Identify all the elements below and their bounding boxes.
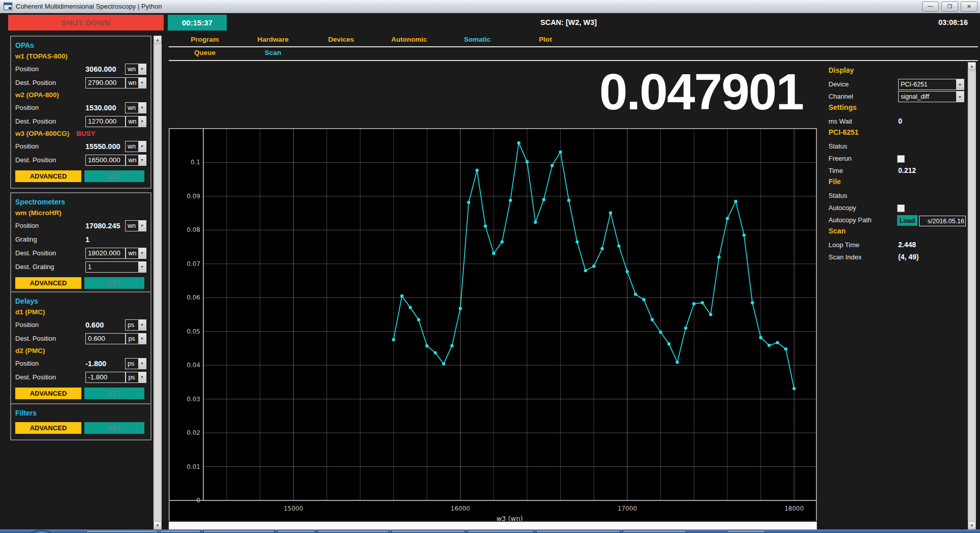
units-select[interactable]: ps▼ [125, 358, 146, 369]
chevron-down-icon[interactable]: ▼ [956, 92, 964, 102]
units-select[interactable]: ps▼ [126, 333, 146, 344]
chevron-down-icon[interactable]: ▼ [138, 103, 146, 113]
svg-text:0.01: 0.01 [187, 463, 200, 470]
tab-hardware[interactable]: Hardware [239, 36, 307, 43]
taskbar-app[interactable] [468, 530, 534, 533]
advanced-button[interactable]: ADVANCED [15, 422, 81, 434]
autocopy-path-input[interactable]: s/2016.05.16 [919, 216, 966, 226]
chevron-down-icon[interactable]: ▼ [138, 64, 146, 74]
units-select[interactable]: wn▼ [125, 102, 146, 113]
scroll-up-arrow-icon[interactable]: ▲ [968, 62, 976, 70]
scrollbar-thumb[interactable] [154, 44, 161, 521]
position-value: 1530.000 [85, 104, 125, 112]
subtab-queue[interactable]: Queue [171, 49, 239, 56]
taskbar-app[interactable] [536, 530, 620, 533]
tab-program[interactable]: Program [171, 36, 239, 43]
tab-somatic[interactable]: Somatic [443, 36, 511, 43]
taskbar-app[interactable] [203, 530, 274, 533]
subtab-scan[interactable]: Scan [239, 49, 307, 56]
secondary-tabbar: QueueScan [171, 49, 307, 56]
close-button[interactable]: ✕ [961, 2, 977, 12]
advanced-button[interactable]: ADVANCED [15, 388, 81, 399]
units-select[interactable]: ps▼ [126, 372, 146, 383]
left-panel-scrollbar[interactable]: ▲ ▼ [154, 36, 162, 529]
plot-canvas[interactable]: 00.010.020.030.040.050.060.070.080.090.1… [169, 128, 817, 522]
dest-position-input[interactable]: 0.600 [85, 333, 126, 344]
advanced-button[interactable]: ADVANCED [15, 170, 81, 182]
device-name: w3 (OPA-800CG)BUSY [15, 128, 146, 139]
scrollbar-thumb[interactable] [968, 71, 975, 521]
set-button[interactable]: SET [84, 170, 144, 182]
scroll-down-arrow-icon[interactable]: ▼ [154, 521, 162, 529]
taskbar-app[interactable] [727, 530, 765, 533]
units-select[interactable]: wn▼ [125, 220, 146, 231]
taskbar-app[interactable] [86, 530, 158, 533]
units-select[interactable]: wn▼ [126, 77, 146, 88]
load-button[interactable]: Load [897, 215, 917, 226]
chevron-down-icon[interactable]: ▼ [138, 334, 146, 344]
dest-position-input[interactable]: -1.800 [85, 372, 126, 383]
tab-devices[interactable]: Devices [307, 36, 375, 43]
tab-autonomic[interactable]: Autonomic [375, 36, 443, 43]
set-button[interactable]: SET [84, 422, 144, 434]
units-select[interactable]: wn▼ [126, 116, 146, 127]
main-scrollbar[interactable]: ▲ ▼ [968, 62, 976, 529]
chevron-down-icon[interactable]: ▼ [956, 79, 964, 90]
chevron-down-icon[interactable]: ▼ [138, 248, 146, 258]
minimize-button[interactable]: — [922, 2, 939, 12]
chevron-down-icon[interactable]: ▼ [138, 320, 146, 330]
chevron-down-icon[interactable]: ▼ [138, 372, 146, 382]
units-select[interactable]: wn▼ [125, 141, 146, 152]
units-select[interactable]: wn▼ [126, 248, 146, 259]
chevron-down-icon[interactable]: ▼ [138, 155, 146, 165]
units-select[interactable]: wn▼ [125, 64, 146, 75]
device-name-label: w2 (OPA-800) [15, 90, 59, 101]
device-row: Dest. Position1270.000wn▼ [15, 114, 146, 128]
chevron-down-icon[interactable]: ▼ [138, 262, 146, 272]
chevron-down-icon[interactable]: ▼ [138, 221, 146, 231]
svg-text:0.07: 0.07 [187, 260, 200, 268]
tabbar-separator [169, 46, 978, 47]
dest-position-input[interactable]: 18020.000 [85, 248, 126, 259]
row-label: Dest. Position [15, 335, 85, 342]
set-button[interactable]: SET [84, 388, 144, 399]
tab-plot[interactable]: Plot [511, 36, 579, 43]
autocopy-checkbox[interactable] [897, 204, 905, 212]
scroll-up-arrow-icon[interactable]: ▲ [154, 36, 162, 44]
windows-taskbar[interactable] [0, 529, 980, 533]
bottom-scroll-strip[interactable] [169, 521, 817, 529]
dest-grating-select[interactable]: 1▼ [85, 261, 146, 273]
row-label: Dest. Position [15, 156, 85, 164]
taskbar-app[interactable] [160, 530, 201, 533]
set-button[interactable]: SET [84, 277, 144, 289]
taskbar-app[interactable] [277, 530, 315, 533]
taskbar-app[interactable] [391, 530, 465, 533]
shutdown-button[interactable]: SHUT DOWN [8, 15, 164, 31]
chevron-down-icon[interactable]: ▼ [138, 116, 146, 127]
section-title: OPAs [15, 40, 146, 51]
section-title: Spectrometers [15, 196, 146, 208]
taskbar-app[interactable] [318, 530, 389, 533]
dest-position-input[interactable]: 2790.000 [85, 77, 126, 88]
chevron-down-icon[interactable]: ▼ [138, 141, 146, 152]
scroll-down-arrow-icon[interactable]: ▼ [968, 521, 976, 529]
setting-value: (4, 49) [898, 253, 918, 261]
dest-position-input[interactable]: 1270.000 [85, 116, 126, 127]
channel-select[interactable]: signal_diff▼ [898, 91, 964, 102]
row-label: Position [15, 360, 85, 367]
taskbar-app[interactable] [623, 530, 686, 533]
advanced-button[interactable]: ADVANCED [15, 277, 81, 289]
device-row: Position1530.000wn▼ [15, 101, 146, 114]
dest-position-input[interactable]: 16500.000 [85, 155, 126, 166]
start-orb-icon[interactable] [29, 530, 53, 533]
device-select[interactable]: PCI-6251▼ [898, 79, 964, 90]
chevron-down-icon[interactable]: ▼ [138, 359, 146, 369]
chevron-down-icon[interactable]: ▼ [138, 78, 146, 88]
units-select[interactable]: wn▼ [126, 155, 146, 166]
device-name-label: w3 (OPA-800CG) [15, 128, 69, 139]
restore-button[interactable]: ❐ [941, 2, 958, 12]
button-row: ADVANCEDSET [15, 275, 146, 290]
setting-value: 0 [898, 117, 902, 125]
units-select[interactable]: ps▼ [125, 319, 146, 331]
freerun-checkbox[interactable] [897, 155, 905, 163]
